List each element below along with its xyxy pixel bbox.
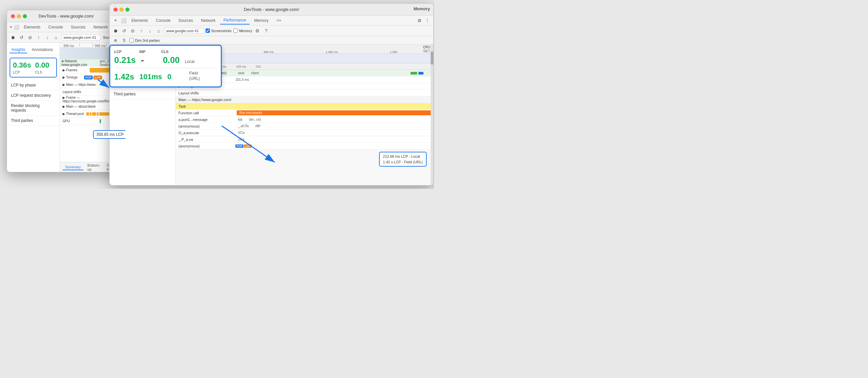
cls-value-left: 0.00 bbox=[35, 61, 49, 69]
memory-tab-label: Memory bbox=[413, 6, 430, 11]
insight-lcp-request-left[interactable]: LCP request discovery bbox=[7, 90, 60, 101]
tab-elements[interactable]: Elements bbox=[21, 24, 44, 31]
url-selector[interactable]: www.google.com #1 bbox=[61, 34, 101, 40]
more-icon-right[interactable]: ⋮ bbox=[424, 17, 431, 24]
memory-check[interactable]: Memory bbox=[234, 28, 252, 33]
insight-lcp-by-phase-left[interactable]: LCP by phase bbox=[7, 80, 60, 90]
help-icon[interactable]: ? bbox=[263, 28, 270, 34]
network-icon[interactable]: ⊕ bbox=[112, 37, 119, 44]
window-title-left: DevTools - www.google.com/ bbox=[39, 13, 94, 19]
popup-row1-cls: 0.00 bbox=[163, 55, 180, 65]
scroll-thumb[interactable] bbox=[431, 51, 433, 65]
row-layout-label: Layout shifts bbox=[61, 90, 81, 94]
download-icon[interactable]: ↓ bbox=[44, 34, 51, 41]
row-client: client bbox=[251, 71, 258, 75]
download-icon-right[interactable]: ↓ bbox=[147, 28, 153, 34]
left-content-area: Insights Annotations 0.36s LCP 0.00 CLS bbox=[7, 43, 125, 172]
lcp-tooltip-left: 358.85 ms LCP bbox=[93, 130, 125, 139]
tab-network[interactable]: Network bbox=[90, 24, 111, 31]
close-button[interactable] bbox=[11, 14, 15, 18]
ruler-996ms: 996 ms bbox=[264, 50, 274, 54]
row-function-call: Function call Run microtasks bbox=[176, 110, 433, 116]
lcp-value-left: 0.36s bbox=[13, 61, 31, 69]
tab-memory-right[interactable]: Memory bbox=[251, 17, 272, 24]
sub-tab-insights-left[interactable]: Insights bbox=[9, 47, 27, 53]
row-task: Task bbox=[176, 103, 433, 110]
dim-parties-checkbox[interactable] bbox=[129, 38, 134, 42]
row-timings-label: ▶ Timings bbox=[61, 76, 78, 79]
row-task-label: Task bbox=[176, 104, 236, 108]
insight-third-parties-right[interactable]: Third parties bbox=[110, 89, 176, 99]
insight-render-blocking-left[interactable]: Render blocking requests bbox=[7, 101, 60, 116]
screenshots-check[interactable]: Screenshots bbox=[206, 28, 231, 33]
memory-checkbox[interactable] bbox=[234, 28, 238, 33]
record-icon-right[interactable]: ⏺ bbox=[112, 28, 119, 34]
upload-icon[interactable]: ↑ bbox=[35, 34, 42, 41]
row-port-col2: kja bbox=[238, 118, 242, 121]
upload-icon-right[interactable]: ↑ bbox=[138, 28, 145, 34]
row-oa-execute: O_a.execute VCa bbox=[176, 129, 433, 136]
tab-more-right[interactable]: >> bbox=[273, 17, 284, 24]
tab-console-right[interactable]: Console bbox=[153, 17, 174, 24]
toolbar-right-1: ⏺ ↺ ⊘ ↑ ↓ ⌂ www.google.com #1 Screenshot… bbox=[110, 26, 433, 36]
ruler-1496ms: 1,496 ms bbox=[326, 50, 338, 54]
settings2-icon[interactable]: ⚙ bbox=[254, 28, 261, 34]
tab-console[interactable]: Console bbox=[45, 24, 66, 31]
insight-third-parties-left[interactable]: Third parties bbox=[7, 116, 60, 126]
clear-icon[interactable]: ⊘ bbox=[27, 34, 33, 41]
row-pa-oa: _.P_a.oa ZCa bbox=[176, 136, 433, 143]
device-icon[interactable]: ⬜ bbox=[13, 24, 19, 30]
home-icon[interactable]: ⌂ bbox=[53, 34, 59, 41]
row-network-label-left: ⊕ Network /www.google.com bbox=[61, 59, 99, 66]
maximize-button-right[interactable] bbox=[125, 8, 129, 11]
row-frames-time-right: 101.5 ms bbox=[236, 78, 249, 82]
tooltip-line2: 1.42 s LCP - Field (URL) bbox=[383, 159, 423, 165]
popup-row2-inp: 101ms bbox=[140, 72, 162, 81]
row-sear: sear bbox=[238, 71, 244, 75]
row-anon2-label: (anonymous) bbox=[176, 144, 236, 148]
lcp-badge-right: LCP bbox=[244, 144, 252, 148]
row-pa-col2: ZCa bbox=[238, 138, 244, 141]
tab-sources[interactable]: Sources bbox=[67, 24, 89, 31]
sub-tab-annotations-left[interactable]: Annotations bbox=[30, 47, 55, 53]
row-oa-label: O_a.execute bbox=[176, 131, 236, 135]
screenshots-checkbox[interactable] bbox=[206, 28, 210, 33]
cursor-icon-right[interactable]: ⌖ bbox=[112, 17, 119, 24]
url-selector-right[interactable]: www.google.com #1 bbox=[164, 28, 204, 34]
popup-row2-lcp: 1.42s bbox=[114, 72, 134, 82]
popup-row2-cls: 0 bbox=[167, 72, 184, 81]
btab-summary-left[interactable]: Summary bbox=[63, 164, 84, 170]
popup-lcp-header: LCP bbox=[114, 50, 134, 54]
refresh-icon[interactable]: ↺ bbox=[18, 34, 25, 41]
cpu-label: CPU bbox=[423, 46, 430, 49]
row-anon2: (anonymous) FCP LCP bbox=[176, 143, 433, 149]
cursor-icon[interactable]: ⌖ bbox=[9, 24, 12, 30]
settings-icon-right[interactable]: ⚙ bbox=[416, 17, 423, 24]
popup-row2-context: Field(URL) bbox=[189, 71, 200, 83]
dim-parties-check[interactable]: Dim 3rd parties bbox=[129, 38, 160, 42]
minimize-button-right[interactable] bbox=[120, 8, 123, 11]
row-main-label: ▶ Main — https://www bbox=[61, 83, 96, 86]
tab-network-right[interactable]: Network bbox=[198, 17, 219, 24]
devtools-window-left: DevTools - www.google.com/ ⌖ ⬜ Elements … bbox=[7, 10, 126, 172]
scrollbar-right[interactable] bbox=[431, 45, 433, 185]
clear-icon-right[interactable]: ⊘ bbox=[129, 28, 136, 34]
tab-performance-right[interactable]: Performance bbox=[220, 17, 250, 25]
device-icon-right[interactable]: ⬜ bbox=[120, 17, 127, 24]
record-icon[interactable]: ⏺ bbox=[9, 34, 16, 41]
metrics-box-left: 0.36s LCP 0.00 CLS bbox=[9, 58, 57, 78]
minimize-button[interactable] bbox=[17, 14, 21, 18]
maximize-button[interactable] bbox=[23, 14, 27, 18]
btab-bottomup-left[interactable]: Bottom-up bbox=[85, 163, 103, 172]
throttle-icon[interactable]: ⇅ bbox=[121, 37, 127, 44]
close-button-right[interactable] bbox=[114, 8, 118, 11]
refresh-icon-right[interactable]: ↺ bbox=[121, 28, 127, 34]
popup-cls-header: CLS bbox=[161, 50, 178, 54]
row-layout-right: Layout shifts bbox=[176, 90, 433, 96]
tab-elements-right[interactable]: Elements bbox=[128, 17, 151, 24]
tab-sources-right[interactable]: Sources bbox=[175, 17, 196, 24]
traffic-lights-right bbox=[114, 8, 129, 11]
popup-row1-inp: - bbox=[141, 55, 158, 65]
row-main-label-right: Main — https://www.google.com/ bbox=[176, 98, 236, 102]
home-icon-right[interactable]: ⌂ bbox=[155, 28, 162, 34]
